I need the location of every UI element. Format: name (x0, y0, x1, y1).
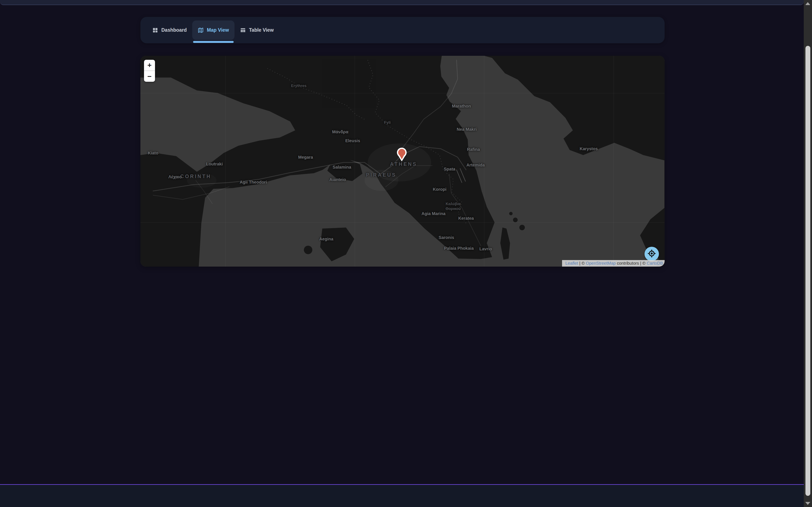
tab-map-view[interactable]: Map View (192, 20, 234, 40)
zoom-out-button[interactable]: − (144, 70, 155, 82)
map-icon (198, 27, 204, 33)
tab-dashboard[interactable]: Dashboard (147, 20, 192, 40)
tab-map-view-label: Map View (207, 27, 229, 33)
zoom-control: + − (144, 60, 155, 82)
scroll-up-arrow-icon[interactable] (805, 2, 810, 5)
locate-button[interactable] (645, 247, 659, 261)
tab-table-view-label: Table View (249, 27, 274, 33)
tab-dashboard-label: Dashboard (161, 27, 187, 33)
dashboard-icon (152, 27, 158, 33)
crosshair-icon (647, 249, 656, 259)
attribution-text: contributors | © (616, 261, 647, 266)
active-tab-indicator (193, 41, 234, 43)
scroll-down-arrow-icon[interactable] (805, 502, 810, 505)
map-attribution: Leaflet | © OpenStreetMap contributors |… (562, 260, 665, 267)
map-canvas (140, 56, 665, 267)
osm-link[interactable]: OpenStreetMap (586, 261, 616, 266)
table-icon (240, 27, 246, 33)
page-scrollbar[interactable] (804, 0, 812, 507)
attribution-separator: | © (578, 261, 586, 266)
carto-link[interactable]: CartoDB (647, 261, 663, 266)
top-header-strip (0, 0, 804, 5)
zoom-in-button[interactable]: + (144, 60, 155, 70)
tab-table-view[interactable]: Table View (235, 20, 280, 40)
scrollbar-thumb[interactable] (805, 46, 810, 496)
leaflet-link[interactable]: Leaflet (565, 261, 578, 266)
view-tabbar: Dashboard Map View Table View (140, 17, 665, 43)
footer: Destination Earth Funded by the European… (0, 485, 804, 507)
leaflet-map[interactable]: ATHENSPIRAEUSCORINTHMegaraSalaminaAiante… (140, 56, 665, 267)
app-screen: Dashboard Map View Table View (0, 0, 812, 507)
